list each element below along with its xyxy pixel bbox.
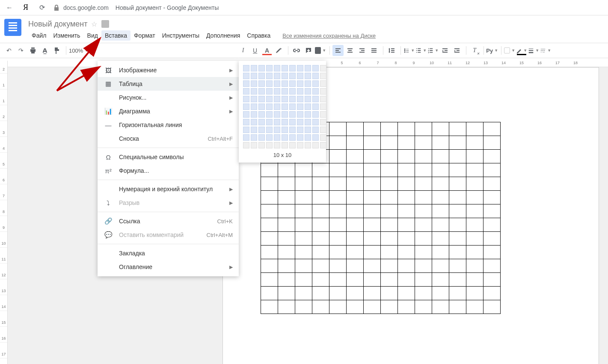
menu-файл[interactable]: Файл	[28, 30, 50, 41]
menu-вставка[interactable]: Вставка	[101, 30, 130, 41]
doc-header: Новый документ ☆ ФайлИзменитьВидВставкаФ…	[0, 15, 608, 41]
clear-formatting-icon[interactable]: T✕	[469, 45, 480, 56]
spellcheck-icon[interactable]: A̲	[39, 45, 50, 56]
increase-indent-icon[interactable]	[451, 45, 463, 56]
align-left-icon[interactable]	[332, 45, 344, 56]
redo-icon[interactable]: ↷	[15, 45, 27, 56]
reload-icon[interactable]: ⟳	[37, 3, 47, 13]
menu-вид[interactable]: Вид	[84, 30, 101, 41]
doc-title[interactable]: Новый документ	[28, 20, 88, 29]
numbered-list-icon[interactable]: ▼	[427, 45, 439, 56]
menu-дополнения[interactable]: Дополнения	[203, 30, 243, 41]
print-icon[interactable]	[27, 45, 39, 56]
checklist-icon[interactable]: ▼	[403, 45, 415, 56]
folder-icon[interactable]	[101, 20, 109, 28]
insert-comment-icon[interactable]	[303, 45, 314, 56]
text-color-icon[interactable]: A	[261, 45, 273, 56]
star-icon[interactable]: ☆	[91, 20, 97, 28]
undo-icon[interactable]: ↶	[3, 45, 15, 56]
page-title: Новый документ - Google Документы	[116, 4, 219, 11]
menu-справка[interactable]: Справка	[243, 30, 274, 41]
decrease-indent-icon[interactable]	[439, 45, 451, 56]
browser-bar: ← Я ⟳ docs.google.com Новый документ - G…	[0, 0, 608, 15]
paint-format-icon[interactable]	[51, 45, 62, 56]
lock-icon	[53, 4, 60, 11]
border-color-icon[interactable]: ▼	[516, 45, 527, 56]
docs-logo-icon[interactable]	[4, 19, 21, 36]
highlight-icon[interactable]	[273, 45, 285, 56]
bulleted-list-icon[interactable]: ▼	[415, 45, 427, 56]
zoom-select[interactable]: 100%▼	[69, 47, 88, 54]
line-spacing-icon[interactable]	[386, 45, 397, 56]
menu-bar: ФайлИзменитьВидВставкаФорматИнструментыД…	[28, 30, 376, 41]
back-icon[interactable]: ←	[4, 3, 15, 13]
menu-изменить[interactable]: Изменить	[50, 30, 83, 41]
input-tools-icon[interactable]: Ру▼	[486, 45, 498, 56]
align-justify-icon[interactable]	[368, 45, 380, 56]
fill-color-icon[interactable]: ▼	[504, 45, 515, 56]
menu-формат[interactable]: Формат	[130, 30, 159, 41]
yandex-icon[interactable]: Я	[21, 3, 31, 13]
url-host: docs.google.com	[63, 4, 109, 11]
toolbar: ↶ ↷ A̲ 100%▼ I U A ▼ ▼ ▼ ▼ T✕ Ру▼ ▼ ▼ ▼ …	[0, 43, 608, 58]
align-center-icon[interactable]	[344, 45, 356, 56]
address-bar[interactable]: docs.google.com Новый документ - Google …	[53, 4, 219, 11]
insert-image-icon[interactable]: ▼	[315, 45, 326, 56]
save-status[interactable]: Все изменения сохранены на Диске	[282, 33, 376, 39]
menu-инструменты[interactable]: Инструменты	[159, 30, 203, 41]
insert-link-icon[interactable]	[291, 45, 302, 56]
align-right-icon[interactable]	[356, 45, 368, 56]
border-dash-icon[interactable]: ▼	[540, 45, 551, 56]
border-width-icon[interactable]: ▼	[528, 45, 539, 56]
italic-icon[interactable]: I	[237, 45, 249, 56]
underline-icon[interactable]: U	[249, 45, 261, 56]
